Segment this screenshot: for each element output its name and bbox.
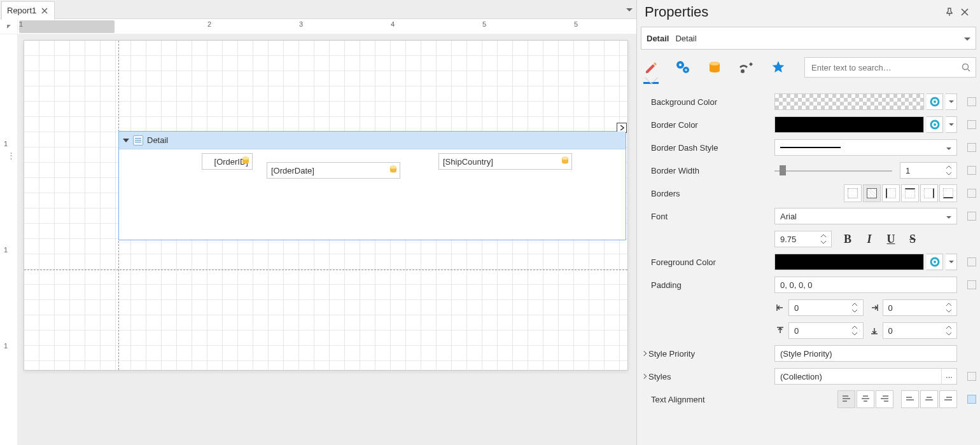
chevron-down-icon[interactable]	[946, 93, 957, 110]
border-width-input[interactable]	[900, 162, 957, 179]
prop-label: Style Priority	[648, 349, 695, 359]
reset-button[interactable]	[967, 143, 976, 152]
design-canvas[interactable]: Detail [OrderID] [OrderDate]	[18, 34, 636, 445]
search-input[interactable]	[810, 62, 958, 73]
align-mid-center-button[interactable]	[920, 390, 938, 408]
border-right-button[interactable]	[920, 184, 938, 202]
svg-point-3	[390, 166, 396, 169]
style-priority-value[interactable]: (Style Priority)	[774, 345, 957, 362]
ruler-corner-icon[interactable]	[0, 19, 18, 34]
favorites-tab-icon[interactable]	[768, 57, 788, 78]
styles-value[interactable]: (Collection) ···	[774, 368, 957, 385]
collapse-icon[interactable]	[123, 139, 129, 142]
ruler-v-label: 1	[4, 246, 8, 254]
svg-point-1	[242, 157, 249, 160]
property-category-tabs	[641, 57, 976, 78]
data-tab-icon[interactable]	[704, 57, 725, 78]
prop-label: Background Color	[651, 97, 717, 107]
pad-right-input[interactable]	[883, 299, 958, 316]
selected-object[interactable]: Detail Detail	[641, 27, 976, 50]
behavior-tab-icon[interactable]	[673, 57, 693, 78]
chevron-down-icon[interactable]	[946, 212, 951, 221]
align-top-center-button[interactable]	[857, 390, 874, 408]
misc-tab-icon[interactable]	[736, 57, 757, 78]
tab-pointer	[641, 78, 976, 88]
horizontal-ruler[interactable]: 1 2 3 4 5 5	[18, 19, 636, 34]
font-size-input[interactable]	[774, 231, 832, 247]
pad-bottom-input[interactable]	[883, 322, 958, 339]
color-picker-icon[interactable]	[927, 254, 943, 270]
prop-font-style: B I U S	[641, 228, 976, 250]
expand-icon[interactable]	[641, 351, 647, 356]
number-field[interactable]	[779, 234, 820, 245]
border-top-button[interactable]	[901, 184, 919, 202]
field-orderid[interactable]: [OrderID]	[202, 153, 253, 170]
border-bottom-button[interactable]	[939, 184, 957, 202]
prop-label: Font	[651, 212, 668, 221]
bold-button[interactable]: B	[838, 229, 857, 249]
reset-button[interactable]	[967, 212, 976, 221]
design-workspace: 1 2 3 4 5 5 1 ⋮ 1 1	[0, 19, 636, 445]
reset-button[interactable]	[967, 189, 976, 198]
strike-button[interactable]: S	[903, 229, 922, 249]
vertical-ruler[interactable]: 1 ⋮ 1 1	[0, 34, 18, 445]
align-mid-right-button[interactable]	[939, 390, 957, 408]
italic-button[interactable]: I	[860, 229, 879, 249]
color-swatch[interactable]	[774, 93, 924, 110]
chevron-down-icon[interactable]	[964, 34, 970, 43]
prop-borders: Borders	[641, 182, 976, 205]
reset-button[interactable]	[967, 166, 976, 175]
font-name-dropdown[interactable]: Arial	[774, 208, 957, 224]
prop-padding-tb	[641, 319, 976, 342]
align-top-left-button[interactable]	[837, 390, 855, 408]
padding-input[interactable]: 0, 0, 0, 0	[774, 277, 957, 293]
pin-icon[interactable]	[942, 4, 957, 20]
pad-left-input[interactable]	[788, 299, 864, 316]
binding-icon[interactable]	[242, 156, 249, 165]
reset-button[interactable]	[967, 257, 976, 266]
reset-button[interactable]	[967, 120, 976, 129]
chevron-down-icon[interactable]	[946, 116, 957, 133]
border-width-slider[interactable]	[774, 162, 892, 179]
spinner[interactable]	[945, 163, 953, 177]
band-header[interactable]: Detail	[119, 132, 626, 149]
pad-top-input[interactable]	[788, 322, 864, 339]
detail-band[interactable]: Detail [OrderID] [OrderDate]	[118, 131, 626, 240]
binding-icon[interactable]	[561, 156, 569, 165]
reset-button[interactable]	[967, 372, 976, 381]
color-swatch[interactable]	[774, 254, 924, 270]
svg-point-11	[710, 62, 720, 65]
prop-label: Padding	[651, 280, 682, 290]
reset-button[interactable]	[967, 97, 976, 106]
chevron-down-icon[interactable]	[946, 143, 951, 153]
property-search[interactable]	[804, 57, 976, 78]
prop-label: Border Dash Style	[651, 143, 718, 153]
report-page[interactable]: Detail [OrderID] [OrderDate]	[24, 40, 628, 371]
field-shipcountry[interactable]: [ShipCountry]	[438, 153, 572, 170]
chevron-down-icon[interactable]	[946, 254, 957, 270]
close-icon[interactable]	[957, 4, 972, 20]
border-all-button[interactable]	[863, 184, 881, 202]
underline-button[interactable]: U	[881, 229, 900, 249]
close-icon[interactable]	[40, 6, 49, 15]
color-picker-icon[interactable]	[927, 116, 943, 133]
border-none-button[interactable]	[844, 184, 862, 202]
dash-style-dropdown[interactable]	[774, 139, 957, 156]
tab-report1[interactable]: Report1	[1, 1, 55, 19]
ellipsis-button[interactable]: ···	[941, 368, 956, 385]
tabs-overflow-icon[interactable]	[626, 4, 633, 14]
border-left-button[interactable]	[882, 184, 900, 202]
reset-button[interactable]	[967, 395, 976, 404]
binding-icon[interactable]	[389, 165, 397, 174]
field-orderdate[interactable]: [OrderDate]	[267, 162, 400, 179]
svg-point-9	[685, 69, 687, 71]
expand-icon[interactable]	[641, 374, 647, 379]
prop-padding: Padding 0, 0, 0, 0	[641, 273, 976, 296]
align-top-right-button[interactable]	[876, 390, 893, 408]
color-picker-icon[interactable]	[927, 93, 943, 110]
spinner[interactable]	[820, 232, 827, 246]
reset-button[interactable]	[967, 280, 976, 289]
align-mid-left-button[interactable]	[901, 390, 919, 408]
number-field[interactable]	[904, 165, 945, 176]
color-swatch[interactable]	[774, 116, 924, 133]
